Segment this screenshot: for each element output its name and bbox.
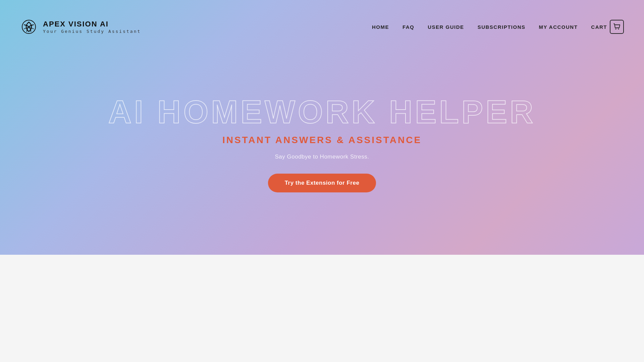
cart-icon [610,20,624,34]
hero-main-title: AI HOMEWORK HELPER [108,96,536,128]
nav-faq[interactable]: FAQ [402,24,414,30]
cta-button[interactable]: Try the Extension for Free [268,174,376,192]
logo-subtitle: Your Genius Study Assistant [43,29,141,34]
hero-description: Say Goodbye to Homework Stress. [275,154,369,160]
navbar: APEX VISION AI Your Genius Study Assista… [0,0,644,54]
logo[interactable]: APEX VISION AI Your Genius Study Assista… [20,18,141,36]
hero-subtitle: INSTANT ANSWERS & ASSISTANCE [222,135,422,145]
bottom-section [0,255,644,362]
nav-home[interactable]: HOME [372,24,389,30]
nav-subscriptions[interactable]: SUBSCRIPTIONS [478,24,526,30]
nav-links: HOME FAQ USER GUIDE SUBSCRIPTIONS MY ACC… [372,20,624,34]
logo-text: APEX VISION AI Your Genius Study Assista… [43,20,141,34]
logo-title: APEX VISION AI [43,20,141,28]
hero-section: APEX VISION AI Your Genius Study Assista… [0,0,644,255]
svg-point-0 [615,28,616,29]
svg-point-1 [618,28,619,29]
nav-cart[interactable]: CART [591,20,624,34]
hero-content: AI HOMEWORK HELPER INSTANT ANSWERS & ASS… [0,54,644,255]
nav-cart-label: CART [591,24,607,30]
nav-user-guide[interactable]: USER GUIDE [428,24,464,30]
nav-my-account[interactable]: MY ACCOUNT [539,24,578,30]
logo-icon [20,18,38,36]
